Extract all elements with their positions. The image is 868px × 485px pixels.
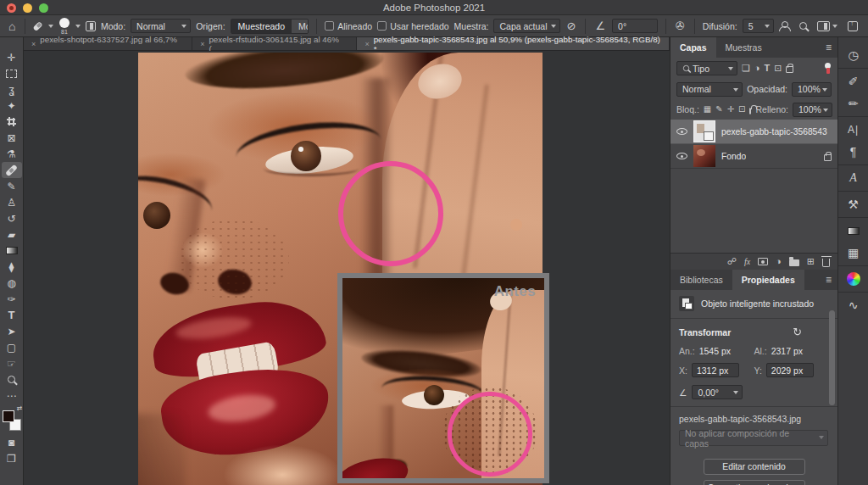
- new-layer-icon[interactable]: ⊞: [807, 257, 815, 266]
- convert-to-linked-button[interactable]: Convertir en enlazado...: [704, 480, 805, 485]
- quick-mask-button[interactable]: ◙: [2, 434, 22, 450]
- doc-tab-1[interactable]: × pexels-shotpot-6337527.jpg al 66,7% ..…: [24, 37, 192, 50]
- layer-thumbnail[interactable]: [693, 145, 715, 167]
- filter-adjustment-layers-icon[interactable]: ◑: [754, 64, 760, 73]
- filter-smart-objects-icon[interactable]: [786, 66, 793, 73]
- difusion-select[interactable]: 5: [743, 19, 774, 33]
- tab-muestras[interactable]: Muestras: [716, 37, 771, 58]
- zoom-tool[interactable]: [2, 371, 22, 387]
- lock-pixels-icon[interactable]: ✎: [715, 105, 722, 114]
- patterns-panel-icon[interactable]: ▦: [841, 242, 866, 264]
- foreground-color-swatch[interactable]: [3, 410, 14, 422]
- close-icon[interactable]: ×: [364, 40, 369, 48]
- doc-tab-2[interactable]: × pexels-rfstudio-3061415.jpg al 46% (..…: [192, 37, 357, 50]
- canvas-area[interactable]: Antes: [24, 51, 670, 485]
- tab-bibliotecas[interactable]: Bibliotecas: [670, 270, 732, 290]
- alineado-checkbox[interactable]: [325, 21, 334, 31]
- layer-visibility-eye-icon[interactable]: [676, 128, 687, 135]
- spot-healing-brush-tool[interactable]: [2, 162, 22, 178]
- layer-row-smart-object[interactable]: pexels-gabb-tapic-3568543: [670, 120, 837, 144]
- shape-tool[interactable]: ▢: [2, 339, 22, 355]
- edit-content-button[interactable]: Editar contenido: [704, 459, 805, 475]
- origen-motivo-button[interactable]: Motivo: [292, 20, 309, 33]
- airbrush-icon[interactable]: ✇: [674, 20, 687, 31]
- fill-select[interactable]: 100%: [793, 103, 832, 117]
- close-icon[interactable]: ×: [31, 40, 36, 48]
- share-icon[interactable]: [848, 21, 858, 31]
- filter-shape-layers-icon[interactable]: ⊡: [774, 64, 782, 73]
- adjustment-layer-icon[interactable]: ◑: [776, 257, 782, 266]
- muestra-select[interactable]: Capa actual: [493, 19, 559, 33]
- layer-thumbnail[interactable]: [693, 120, 715, 142]
- close-window-button[interactable]: [7, 3, 16, 13]
- zoom-window-button[interactable]: [39, 3, 48, 13]
- character-panel-icon[interactable]: A|: [841, 119, 866, 141]
- close-icon[interactable]: ×: [200, 40, 204, 48]
- chevron-down-icon[interactable]: [75, 25, 81, 28]
- crop-tool[interactable]: [2, 114, 22, 130]
- delete-layer-trash-icon[interactable]: [822, 259, 830, 267]
- healing-brush-tool-icon[interactable]: [33, 20, 43, 31]
- paragraph-panel-icon[interactable]: ¶: [841, 141, 866, 163]
- minimize-window-button[interactable]: [23, 3, 32, 13]
- account-icon[interactable]: [779, 21, 789, 31]
- home-icon[interactable]: ⌂: [7, 20, 17, 32]
- edit-toolbar-button[interactable]: ⋯: [2, 387, 22, 404]
- ignore-adjustment-layers-icon[interactable]: ⊘: [565, 20, 578, 31]
- link-layers-icon[interactable]: ☍: [727, 257, 737, 266]
- filter-toggle-pin-icon[interactable]: [824, 63, 832, 74]
- tool-presets-panel-icon[interactable]: ⚒: [841, 193, 866, 215]
- blend-mode-select[interactable]: Normal: [676, 82, 743, 97]
- title-bar[interactable]: Adobe Photoshop 2021: [0, 0, 868, 15]
- filter-type-layers-icon[interactable]: T: [765, 64, 771, 73]
- usar-heredado-checkbox-row[interactable]: Usar heredado: [377, 21, 448, 31]
- toggle-brush-panel-icon[interactable]: [86, 21, 96, 31]
- scrollbar-thumb[interactable]: [829, 310, 835, 405]
- panel-menu-icon[interactable]: ≡: [826, 37, 837, 58]
- layer-row-fondo[interactable]: Fondo: [670, 144, 837, 169]
- brush-tool[interactable]: ✎: [2, 178, 22, 194]
- search-icon[interactable]: [799, 22, 807, 30]
- doc-tab-3-active[interactable]: × pexels-gabb-tapic-3568543.jpg al 50,9%…: [357, 37, 670, 50]
- eyedropper-tool[interactable]: ⚗: [2, 146, 22, 162]
- origen-muestreado-button[interactable]: Muestreado: [231, 20, 292, 33]
- tab-propiedades[interactable]: Propiedades: [732, 270, 804, 290]
- object-selection-tool[interactable]: ✦: [2, 98, 22, 114]
- y-input[interactable]: 2029 px: [766, 363, 814, 377]
- gradients-panel-icon[interactable]: [841, 220, 866, 242]
- x-input[interactable]: 1312 px: [692, 363, 739, 377]
- lock-transparency-icon[interactable]: ▦: [704, 105, 711, 114]
- tab-capas[interactable]: Capas: [670, 37, 716, 58]
- add-mask-icon[interactable]: [758, 258, 768, 265]
- brush-preset-picker[interactable]: 81: [59, 18, 70, 35]
- lock-artboard-icon[interactable]: ⊡: [738, 105, 745, 114]
- path-selection-tool[interactable]: ➤: [2, 323, 22, 339]
- rectangular-marquee-tool[interactable]: [2, 65, 22, 81]
- lock-all-icon[interactable]: [749, 108, 751, 114]
- history-brush-tool[interactable]: ↺: [2, 210, 22, 226]
- swap-colors-icon[interactable]: ⇄: [17, 404, 23, 412]
- brush-settings-panel-icon[interactable]: ✐: [841, 70, 866, 92]
- layer-visibility-eye-icon[interactable]: [676, 153, 687, 159]
- modo-select[interactable]: Normal: [131, 19, 191, 33]
- paths-panel-icon[interactable]: ∿: [841, 294, 866, 316]
- clone-stamp-tool[interactable]: ♙: [2, 194, 22, 210]
- layer-style-fx-icon[interactable]: fx: [744, 257, 750, 266]
- reset-transform-icon[interactable]: ↺: [793, 326, 802, 338]
- lasso-tool[interactable]: ʓ: [2, 81, 22, 98]
- history-panel-icon[interactable]: ◷: [841, 44, 866, 66]
- dodge-tool[interactable]: ◍: [2, 275, 22, 291]
- pen-tool[interactable]: ✑: [2, 291, 22, 307]
- type-tool[interactable]: T: [2, 307, 22, 323]
- hand-tool[interactable]: ☞: [2, 355, 22, 371]
- panel-menu-icon[interactable]: ≡: [826, 270, 837, 290]
- opacity-select[interactable]: 100%: [792, 82, 832, 97]
- brush-angle-input[interactable]: 0°: [612, 19, 658, 33]
- new-group-folder-icon[interactable]: [789, 259, 799, 266]
- blur-tool[interactable]: ⧫: [2, 259, 22, 275]
- filter-type-select[interactable]: Tipo: [676, 61, 737, 75]
- eraser-tool[interactable]: ▰: [2, 226, 22, 242]
- gradient-tool[interactable]: [2, 242, 22, 259]
- workspace-switcher[interactable]: [817, 21, 837, 31]
- screen-mode-button[interactable]: ❐: [2, 450, 22, 466]
